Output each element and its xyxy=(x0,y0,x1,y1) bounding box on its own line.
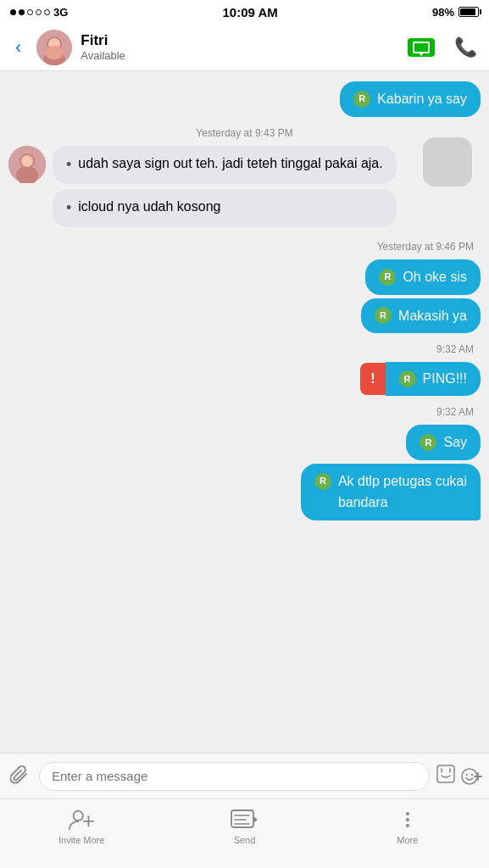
emoji-add-icon xyxy=(460,767,482,786)
svg-point-4 xyxy=(45,46,64,59)
input-bar xyxy=(0,753,489,798)
send-nav-icon xyxy=(231,808,258,832)
phone-call-button[interactable]: 📞 xyxy=(450,36,481,59)
chat-header: ‹ Fitri Available 📞 xyxy=(0,24,489,71)
nav-more[interactable]: More xyxy=(326,808,489,845)
invite-more-icon xyxy=(68,808,95,832)
timestamp-2: Yesterday at 9:46 PM xyxy=(8,241,481,253)
battery-percent: 98% xyxy=(432,6,454,19)
nav-send-label: Send xyxy=(234,835,256,845)
message-sent-5: R Ak dtlp petugas cukai bandara xyxy=(301,464,481,520)
msg-text-2: udah saya sign out teh. jadi teteh tingg… xyxy=(78,154,382,173)
read-badge-3: R xyxy=(375,307,392,324)
bubble-received-1: • udah saya sign out teh. jadi teteh tin… xyxy=(53,146,397,184)
more-nav-icon xyxy=(394,808,421,832)
read-badge-1: R xyxy=(353,91,370,108)
time-label: 10:09 AM xyxy=(223,5,278,19)
battery-icon xyxy=(458,7,479,17)
received-group-1: • udah saya sign out teh. jadi teteh tin… xyxy=(8,146,481,227)
nav-invite-more[interactable]: Invite More xyxy=(0,808,163,845)
bubble-received-2: • icloud nya udah kosong xyxy=(53,189,397,227)
msg-text-ping: PING!!! xyxy=(423,371,467,387)
attach-button[interactable] xyxy=(7,765,32,787)
avatar-image xyxy=(36,30,72,65)
contact-avatar-small xyxy=(8,146,46,183)
nav-send[interactable]: Send xyxy=(163,808,325,845)
timestamp-3: 9:32 AM xyxy=(8,343,481,355)
paperclip-icon xyxy=(10,765,29,787)
bbm-emoticon-button[interactable] xyxy=(436,765,455,787)
svg-marker-24 xyxy=(253,816,258,823)
msg-text-3: icloud nya udah kosong xyxy=(78,198,220,216)
header-action-icons: 📞 xyxy=(406,36,481,59)
phone-icon: 📞 xyxy=(454,36,477,58)
received-bubbles-1: • udah saya sign out teh. jadi teteh tin… xyxy=(53,146,397,227)
nav-invite-more-label: Invite More xyxy=(58,835,104,845)
contact-status: Available xyxy=(81,49,406,62)
svg-point-14 xyxy=(471,773,473,775)
contact-info: Fitri Available xyxy=(81,32,406,62)
nav-more-label: More xyxy=(397,835,418,845)
msg-text-4: Oh oke sis xyxy=(403,268,467,287)
chat-container: R Kabarin ya say Yesterday at 9:43 PM • xyxy=(0,71,489,753)
read-badge-2: R xyxy=(379,269,396,286)
svg-point-8 xyxy=(21,155,33,167)
msg-text-7b: bandara xyxy=(314,493,388,512)
unread-indicator xyxy=(423,137,472,186)
message-sent-1: R Kabarin ya say xyxy=(340,81,481,117)
input-right-icons xyxy=(436,765,482,787)
message-sent-2: R Oh oke sis xyxy=(365,259,481,295)
ping-error-icon: ! xyxy=(360,363,385,395)
bbm-smiley-icon xyxy=(436,765,455,783)
status-bar: 3G 10:09 AM 98% xyxy=(0,0,489,24)
read-badge-5: R xyxy=(314,473,331,490)
bbm-video-button[interactable] xyxy=(406,36,436,59)
svg-rect-20 xyxy=(231,810,253,827)
signal-dots xyxy=(10,9,50,15)
back-button[interactable]: ‹ xyxy=(8,36,28,58)
message-ping: ! R PING!!! xyxy=(360,362,481,396)
chat-messages: R Kabarin ya say Yesterday at 9:43 PM • xyxy=(0,71,489,753)
svg-point-17 xyxy=(74,811,83,821)
message-sent-4: R Say xyxy=(406,425,481,460)
carrier-label: 3G xyxy=(53,6,68,19)
message-sent-3: R Makasih ya xyxy=(361,298,481,334)
msg-text-6: Say xyxy=(443,433,467,452)
timestamp-4: 9:32 AM xyxy=(8,406,481,418)
status-right: 98% xyxy=(432,6,479,19)
status-left: 3G xyxy=(10,6,68,19)
bubble-sent-2: R Oh oke sis xyxy=(365,259,481,295)
bottom-nav: Invite More Send More xyxy=(0,798,489,868)
svg-rect-9 xyxy=(437,765,454,782)
bubble-sent-5: R Ak dtlp petugas cukai bandara xyxy=(301,464,481,520)
msg-text-1: Kabarin ya say xyxy=(377,90,467,108)
message-input[interactable] xyxy=(39,762,430,791)
read-badge-4: R xyxy=(420,434,436,451)
bubble-sent-4: R Say xyxy=(406,425,481,460)
bubble-ping: R PING!!! xyxy=(386,362,481,396)
msg-text-5: Makasih ya xyxy=(398,307,467,326)
emoji-plus-button[interactable] xyxy=(460,767,482,786)
timestamp-1: Yesterday at 9:43 PM xyxy=(8,127,481,139)
bubble-sent-1: R Kabarin ya say xyxy=(340,81,481,117)
msg-text-7: Ak dtlp petugas cukai xyxy=(338,472,467,491)
contact-avatar xyxy=(36,30,72,65)
read-badge-ping: R xyxy=(399,370,416,387)
svg-point-13 xyxy=(466,773,468,775)
contact-name: Fitri xyxy=(81,32,406,49)
bbm-video-icon xyxy=(408,38,435,57)
bubble-sent-3: R Makasih ya xyxy=(361,298,481,334)
